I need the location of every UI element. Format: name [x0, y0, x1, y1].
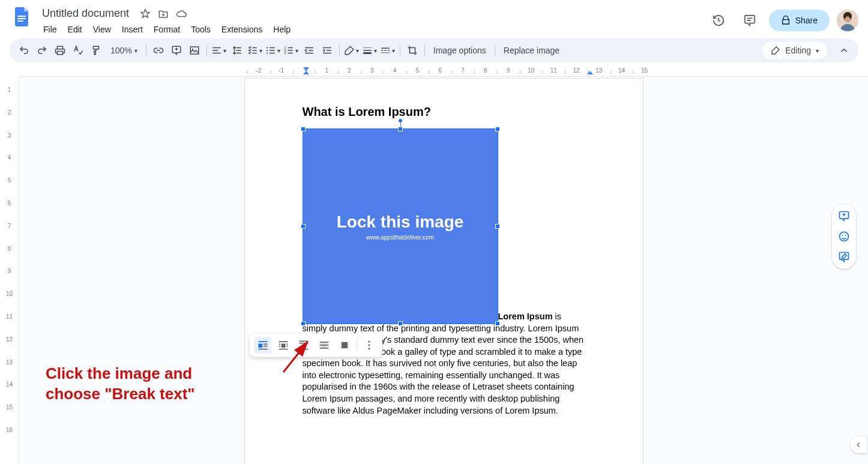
docs-logo[interactable]: [10, 5, 34, 29]
svg-rect-18: [281, 344, 285, 348]
emoji-react-button[interactable]: [836, 228, 852, 245]
menu-view[interactable]: View: [88, 22, 116, 37]
svg-rect-12: [258, 341, 267, 342]
wrap-inline-button[interactable]: [255, 337, 271, 354]
header-right: Share: [707, 5, 858, 32]
vertical-ruler[interactable]: 12345678910111213141516: [0, 77, 19, 464]
paint-format-button[interactable]: [88, 42, 104, 59]
svg-rect-25: [299, 343, 308, 344]
svg-rect-21: [279, 346, 280, 347]
zoom-dropdown[interactable]: 100%▾: [106, 42, 142, 59]
border-dash-dropdown[interactable]: ▾: [379, 42, 396, 59]
horizontal-ruler[interactable]: -2-1123456789101112131415: [19, 67, 868, 77]
replace-image-button[interactable]: Replace image: [499, 42, 564, 59]
comments-icon[interactable]: [738, 8, 762, 32]
show-side-panel-button[interactable]: [850, 436, 867, 453]
print-button[interactable]: [52, 42, 68, 59]
border-color-dropdown[interactable]: ▾: [343, 42, 360, 59]
svg-rect-14: [263, 344, 267, 345]
image-wrap-toolbar: [250, 333, 382, 357]
decrease-indent-button[interactable]: [301, 42, 318, 59]
in-front-text-button[interactable]: [336, 337, 353, 354]
menu-file[interactable]: File: [38, 22, 62, 37]
resize-handle-mr[interactable]: [495, 224, 500, 229]
line-spacing-button[interactable]: [229, 42, 246, 59]
menu-tools[interactable]: Tools: [186, 22, 215, 37]
spellcheck-button[interactable]: [70, 42, 86, 59]
move-icon[interactable]: [158, 8, 169, 19]
left-indent-marker[interactable]: [303, 71, 309, 77]
insert-image-button[interactable]: [186, 42, 203, 59]
svg-rect-23: [279, 349, 288, 350]
cloud-status-icon[interactable]: [176, 8, 187, 19]
doc-title[interactable]: Untitled document: [38, 6, 133, 21]
border-weight-dropdown[interactable]: ▾: [361, 42, 378, 59]
resize-handle-ml[interactable]: [301, 224, 306, 229]
svg-rect-17: [279, 341, 288, 342]
svg-rect-35: [342, 342, 348, 348]
svg-point-37: [368, 345, 370, 346]
svg-rect-13: [258, 344, 262, 348]
checklist-dropdown[interactable]: ▾: [247, 42, 264, 59]
document-page: What is Lorem Ipsum? Lock this image www…: [244, 78, 643, 464]
share-label: Share: [795, 16, 818, 25]
resize-handle-bm[interactable]: [398, 321, 403, 326]
menu-bar: File Edit View Insert Format Tools Exten…: [38, 22, 707, 37]
app-header: Untitled document File Edit View Insert …: [0, 0, 868, 38]
document-image[interactable]: Lock this image www.appsthatdeliver.com: [303, 128, 498, 324]
svg-text:3: 3: [285, 51, 286, 55]
undo-button[interactable]: [16, 42, 32, 59]
numbered-list-dropdown[interactable]: 123▾: [283, 42, 300, 59]
resize-handle-tm[interactable]: [398, 127, 403, 131]
svg-rect-26: [301, 345, 306, 348]
behind-text-button[interactable]: [316, 337, 333, 354]
svg-rect-22: [286, 346, 288, 347]
svg-rect-1: [17, 18, 26, 19]
image-caption: Lock this image: [337, 212, 464, 232]
doc-heading[interactable]: What is Lorem Ipsum?: [303, 105, 585, 119]
collapse-toolbar-button[interactable]: [836, 42, 852, 59]
document-canvas[interactable]: What is Lorem Ipsum? Lock this image www…: [19, 77, 868, 464]
svg-point-6: [267, 47, 268, 48]
menu-insert[interactable]: Insert: [117, 22, 148, 37]
menu-format[interactable]: Format: [149, 22, 185, 37]
svg-point-38: [368, 348, 370, 349]
crop-button[interactable]: [404, 42, 421, 59]
editing-mode-dropdown[interactable]: Editing ▾: [762, 42, 827, 59]
align-dropdown[interactable]: ▾: [211, 42, 228, 59]
image-options-button[interactable]: Image options: [429, 42, 491, 59]
svg-rect-24: [299, 341, 308, 342]
svg-point-36: [368, 341, 370, 343]
insert-link-button[interactable]: [150, 42, 167, 59]
svg-point-8: [267, 52, 268, 53]
rotate-handle[interactable]: [398, 118, 403, 123]
star-icon[interactable]: [140, 8, 151, 19]
share-button[interactable]: Share: [769, 10, 830, 31]
bulleted-list-dropdown[interactable]: ▾: [265, 42, 282, 59]
increase-indent-button[interactable]: [319, 42, 336, 59]
resize-handle-tr[interactable]: [495, 127, 500, 131]
add-comment-button[interactable]: [168, 42, 185, 59]
add-comment-side-button[interactable]: [836, 208, 852, 224]
user-avatar[interactable]: [837, 10, 858, 31]
menu-edit[interactable]: Edit: [63, 22, 87, 37]
body-paragraph[interactable]: Lorem Ipsum is simply dummy text of the …: [303, 311, 585, 417]
svg-rect-27: [299, 349, 308, 350]
main-toolbar: 100%▾ ▾ ▾ ▾ 123▾ ▾ ▾ ▾ Image options Rep…: [10, 38, 858, 62]
resize-handle-bl[interactable]: [301, 321, 306, 326]
right-indent-marker[interactable]: [587, 71, 593, 77]
wrap-text-button[interactable]: [275, 337, 292, 354]
suggest-edits-button[interactable]: [836, 249, 852, 265]
resize-handle-tl[interactable]: [301, 127, 306, 131]
wrap-more-options-button[interactable]: [361, 337, 378, 354]
pencil-icon: [771, 46, 780, 55]
break-text-button[interactable]: [295, 337, 312, 354]
menu-extensions[interactable]: Extensions: [217, 22, 267, 37]
history-icon[interactable]: [707, 8, 731, 32]
image-subcaption: www.appsthatdeliver.com: [366, 234, 434, 241]
svg-rect-16: [258, 349, 267, 350]
resize-handle-br[interactable]: [495, 321, 500, 326]
svg-rect-0: [17, 16, 26, 17]
menu-help[interactable]: Help: [268, 22, 295, 37]
redo-button[interactable]: [34, 42, 50, 59]
